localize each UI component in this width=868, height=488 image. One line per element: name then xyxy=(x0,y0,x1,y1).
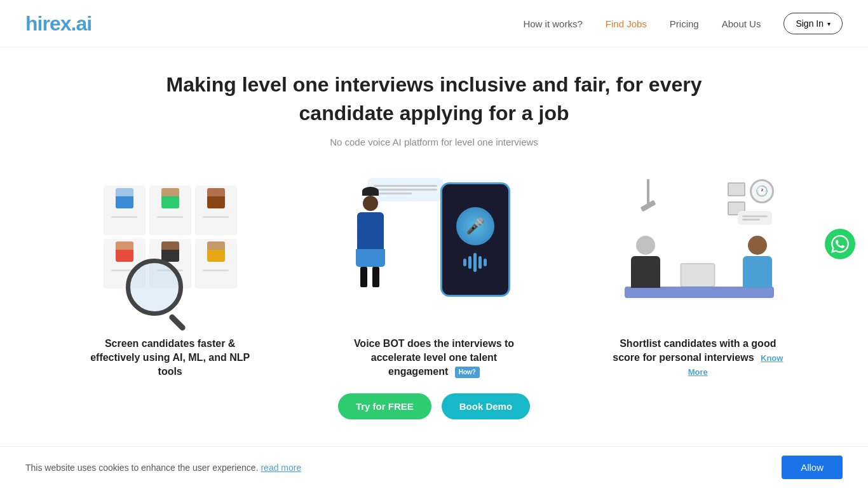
features-section: Screen candidates faster & effectively u… xyxy=(0,160,868,379)
person-figure xyxy=(356,192,385,287)
cookie-message: This website uses cookies to enhance the… xyxy=(25,463,301,473)
nav-find-jobs[interactable]: Find Jobs xyxy=(606,18,647,29)
try-free-button[interactable]: Try for FREE xyxy=(338,393,431,419)
nav-links: How it works? Find Jobs Pricing About Us… xyxy=(523,13,843,34)
feature-shortlist-title: Shortlist candidates with a good score f… xyxy=(609,337,787,379)
desk xyxy=(625,287,774,298)
whatsapp-button[interactable] xyxy=(825,229,855,259)
desk-lamp xyxy=(641,179,656,208)
book-demo-button[interactable]: Book Demo xyxy=(442,393,530,419)
hero-subheading: No code voice AI platform for level one … xyxy=(13,137,855,147)
cta-row: Try for FREE Book Demo xyxy=(0,393,868,419)
interviewee xyxy=(743,236,772,288)
hero-section: Making level one interviews inclusive an… xyxy=(0,48,868,160)
signin-button[interactable]: Sign In ▾ xyxy=(783,13,843,34)
candidate-card xyxy=(195,186,237,235)
feature-voicebot: 🎤 Voice BOT does the interviews to accel… xyxy=(302,173,566,379)
phone-device: 🎤 xyxy=(440,182,510,297)
nav-pricing[interactable]: Pricing xyxy=(670,18,699,29)
feature-screening-title: Screen candidates faster & effectively u… xyxy=(81,337,259,379)
mic-icon: 🎤 xyxy=(456,207,494,245)
chevron-down-icon: ▾ xyxy=(827,20,831,27)
read-more-link[interactable]: read more xyxy=(261,463,301,473)
feature-voicebot-title: Voice BOT does the interviews to acceler… xyxy=(345,337,523,379)
chat-bubble xyxy=(738,211,772,225)
feature-screening: Screen candidates faster & effectively u… xyxy=(38,173,302,379)
feature-shortlist: 🕐 xyxy=(566,173,830,379)
candidate-card xyxy=(149,186,191,235)
allow-button[interactable]: Allow xyxy=(782,456,843,479)
logo[interactable]: hirex.ai xyxy=(25,12,92,36)
nav-about-us[interactable]: About Us xyxy=(722,18,761,29)
navbar: hirex.ai How it works? Find Jobs Pricing… xyxy=(0,0,868,48)
wall-frames xyxy=(728,182,745,215)
candidate-card xyxy=(104,186,146,235)
nav-how-it-works[interactable]: How it works? xyxy=(523,18,582,29)
sound-wave xyxy=(463,253,487,272)
magnifier xyxy=(126,259,183,316)
screening-illustration xyxy=(88,173,253,325)
voicebot-illustration: 🎤 xyxy=(351,173,517,325)
how-badge[interactable]: How? xyxy=(455,367,480,378)
magnifier-handle xyxy=(168,313,186,332)
signin-label: Sign In xyxy=(796,18,824,29)
shortlist-illustration: 🕐 xyxy=(615,173,780,325)
interviewer xyxy=(631,236,660,288)
monitor xyxy=(681,263,715,287)
hero-heading: Making level one interviews inclusive an… xyxy=(148,71,720,128)
candidate-card xyxy=(195,239,237,288)
clock-icon: 🕐 xyxy=(750,179,774,203)
cookie-bar: This website uses cookies to enhance the… xyxy=(0,446,868,488)
